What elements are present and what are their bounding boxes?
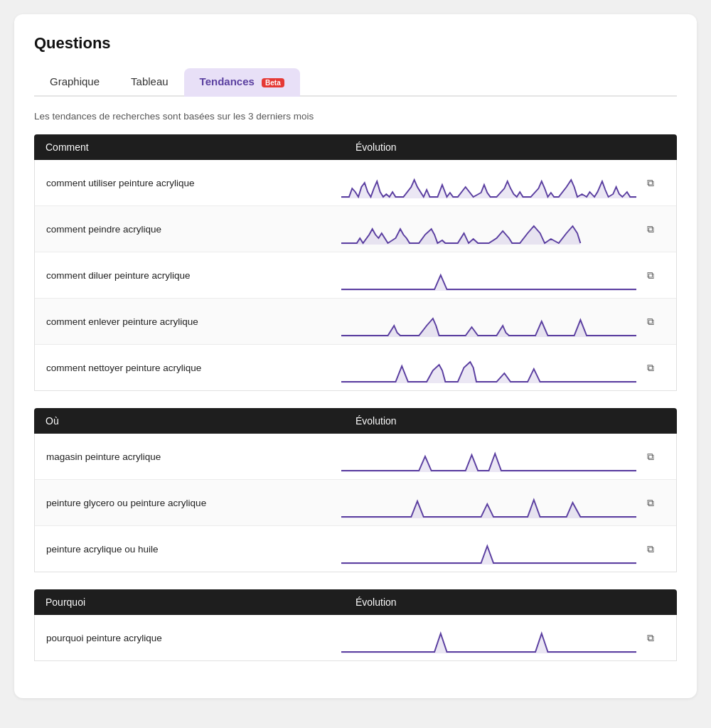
chart-area [341,487,636,518]
header-evolution-comment: Évolution [356,141,665,153]
rows-ou: magasin peinture acrylique ⧉ peinture gl… [34,434,677,572]
svg-marker-8 [341,633,636,653]
table-row: comment nettoyer peinture acrylique ⧉ [35,345,676,390]
section-header-pourquoi: Pourquoi Évolution [34,589,677,615]
section-header-ou: Où Évolution [34,408,677,434]
page-title: Questions [34,34,677,53]
row-label: comment utiliser peinture acrylique [46,178,341,188]
external-link-icon[interactable]: ⧉ [636,177,665,189]
section-ou: Où Évolution magasin peinture acrylique … [34,408,677,572]
svg-marker-6 [341,500,636,518]
row-label: comment nettoyer peinture acrylique [46,363,341,373]
tab-tendances[interactable]: Tendances Beta [184,68,300,97]
section-header-comment: Comment Évolution [34,134,677,160]
table-row: comment peindre acrylique ⧉ [35,206,676,252]
svg-marker-3 [341,318,636,337]
external-link-icon[interactable]: ⧉ [636,451,665,463]
external-link-icon[interactable]: ⧉ [636,269,665,282]
row-label: peinture acrylique ou huile [46,544,341,555]
tab-graphique[interactable]: Graphique [34,68,115,97]
chart-area [341,167,636,198]
chart-area [341,213,636,245]
external-link-icon[interactable]: ⧉ [636,362,665,374]
header-keyword-comment: Comment [46,141,356,153]
beta-badge: Beta [262,78,284,87]
chart-area [341,441,636,472]
tab-bar: Graphique Tableau Tendances Beta [34,68,677,97]
rows-comment: comment utiliser peinture acrylique ⧉ co… [34,160,677,391]
row-label: pourquoi peinture acrylique [46,633,341,643]
table-row: comment utiliser peinture acrylique ⧉ [35,160,676,206]
chart-area [341,533,636,564]
header-evolution-ou: Évolution [356,415,665,427]
header-keyword-ou: Où [46,415,356,427]
table-row: comment diluer peinture acrylique ⧉ [35,252,676,299]
row-label: comment diluer peinture acrylique [46,270,341,281]
external-link-icon[interactable]: ⧉ [636,223,665,235]
external-link-icon[interactable]: ⧉ [636,543,665,555]
chart-area [341,352,636,383]
rows-pourquoi: pourquoi peinture acrylique ⧉ [34,615,677,661]
subtitle-text: Les tendances de recherches sont basées … [34,111,677,122]
external-link-icon[interactable]: ⧉ [636,316,665,328]
header-keyword-pourquoi: Pourquoi [46,596,356,608]
tab-tableau[interactable]: Tableau [115,68,184,97]
chart-area [341,306,636,337]
row-label: comment peindre acrylique [46,224,341,235]
row-label: magasin peinture acrylique [46,451,341,462]
row-label: peinture glycero ou peinture acrylique [46,498,341,508]
main-card: Questions Graphique Tableau Tendances Be… [14,14,697,698]
header-evolution-pourquoi: Évolution [356,596,665,608]
section-comment: Comment Évolution comment utiliser peint… [34,134,677,391]
table-row: peinture acrylique ou huile ⧉ [35,526,676,572]
table-row: pourquoi peinture acrylique ⧉ [35,615,676,660]
svg-marker-4 [341,362,636,383]
table-row: peinture glycero ou peinture acrylique ⧉ [35,480,676,526]
chart-area [341,622,636,653]
section-pourquoi: Pourquoi Évolution pourquoi peinture acr… [34,589,677,661]
external-link-icon[interactable]: ⧉ [636,632,665,644]
table-row: comment enlever peinture acrylique ⧉ [35,299,676,345]
table-row: magasin peinture acrylique ⧉ [35,434,676,480]
svg-marker-0 [341,180,636,198]
row-label: comment enlever peinture acrylique [46,316,341,327]
external-link-icon[interactable]: ⧉ [636,497,665,509]
chart-area [341,259,636,291]
svg-marker-2 [341,275,636,291]
